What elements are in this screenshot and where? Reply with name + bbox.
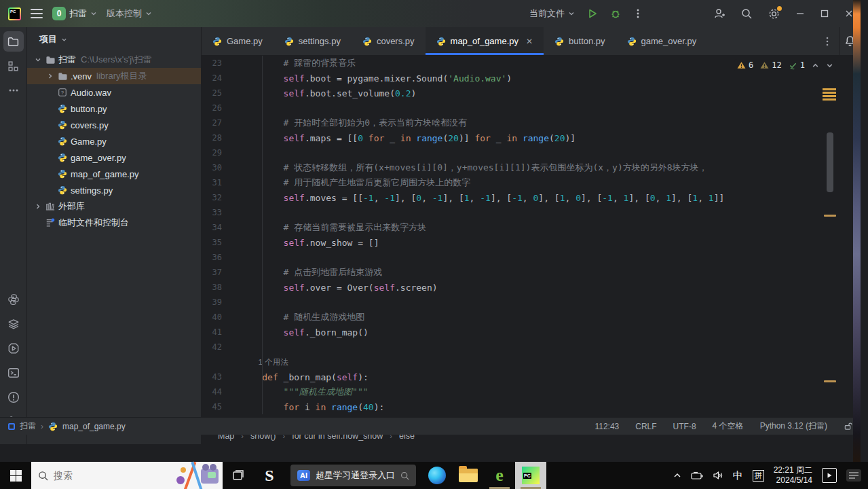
code-line-28[interactable]: 28self.maps = [[0 for _ in range(20)] fo… (202, 130, 861, 145)
code-line-31[interactable]: 31# 用于随机产生地雷后更新它周围方块上的数字 (202, 175, 861, 190)
code-line-24[interactable]: 24self.boot = pygame.mixer.Sound('Audio.… (202, 71, 861, 86)
problems-tool-icon[interactable] (3, 387, 24, 408)
more-tool-windows-icon[interactable] (3, 80, 24, 101)
close-button[interactable] (844, 9, 854, 18)
chevron-right-icon[interactable] (45, 73, 56, 79)
project-tool-icon[interactable] (3, 31, 24, 52)
line-number[interactable]: 27 (202, 118, 222, 128)
code-line-34[interactable]: 34# 存储当前需要被显示出来数字方块 (202, 220, 861, 235)
checks-passed-count[interactable]: 1 (789, 60, 805, 70)
tab-game_over.py[interactable]: game_over.py (616, 27, 708, 55)
code-line-42[interactable]: 42 (202, 340, 861, 355)
tree-item-临时文件和控制台[interactable]: 临时文件和控制台 (27, 215, 201, 231)
status-item[interactable]: CRLF (635, 422, 656, 431)
tab-covers.py[interactable]: covers.py (352, 27, 426, 55)
pycharm-taskbar-icon[interactable]: PC (515, 462, 546, 489)
structure-tool-icon[interactable] (3, 56, 24, 76)
main-menu-icon[interactable] (31, 9, 43, 18)
tray-expand-chevron-icon[interactable] (673, 471, 681, 479)
maximize-button[interactable] (820, 9, 829, 18)
status-file[interactable]: map_of_game.py (62, 422, 126, 431)
status-item[interactable]: 112:43 (595, 422, 619, 431)
run-config-selector[interactable]: 当前文件 (529, 7, 575, 20)
code-line-29[interactable]: 29 (202, 145, 861, 160)
s-app-button[interactable]: S (254, 462, 285, 489)
line-number[interactable]: 25 (202, 88, 222, 98)
action-center-icon[interactable] (846, 469, 861, 482)
tab-settings.py[interactable]: settings.py (273, 27, 352, 55)
line-number[interactable]: 42 (202, 342, 222, 352)
code-with-me-icon[interactable] (713, 7, 725, 20)
warnings-count[interactable]: 6 (737, 60, 753, 70)
weak-warnings-count[interactable]: 12 (760, 60, 781, 70)
line-number[interactable]: 29 (202, 148, 222, 158)
code-line-33[interactable]: 33 (202, 205, 861, 220)
code-line-37[interactable]: 37# 点击到地雷后结束游戏 (202, 265, 861, 280)
search-input[interactable] (54, 470, 155, 481)
browser-e-taskbar-icon[interactable]: e (484, 462, 515, 489)
line-number[interactable]: 32 (202, 193, 222, 202)
volume-icon[interactable] (713, 471, 723, 480)
line-number[interactable]: 44 (202, 387, 222, 397)
line-number[interactable]: 24 (202, 73, 222, 83)
vcs-menu[interactable]: 版本控制 (107, 7, 152, 20)
tree-item-外部库[interactable]: 外部库 (27, 198, 201, 215)
battery-icon[interactable] (691, 471, 703, 480)
chevron-right-icon[interactable] (33, 203, 43, 210)
file-explorer-taskbar-icon[interactable] (453, 462, 484, 489)
tree-item-covers.py[interactable]: covers.py (27, 117, 201, 133)
code-line-32[interactable]: 32self.moves = [[-1, -1], [0, -1], [1, -… (202, 190, 861, 205)
settings-gear-icon[interactable] (768, 7, 780, 20)
tree-item-Audio.wav[interactable]: ?Audio.wav (27, 84, 201, 101)
news-widget[interactable]: AI 超星学习通登录入口 (290, 465, 416, 486)
ime-language[interactable]: 中 (733, 469, 743, 482)
line-number[interactable]: 34 (202, 223, 222, 232)
taskbar-clock[interactable]: 22:21 周二 2024/5/14 (774, 465, 812, 486)
line-number[interactable]: 35 (202, 238, 222, 247)
line-number[interactable]: 40 (202, 312, 222, 322)
code-line-44[interactable]: 44"""随机生成地图""" (202, 384, 861, 399)
chevron-down-icon[interactable] (33, 56, 43, 63)
terminal-tool-icon[interactable] (3, 363, 24, 383)
line-number[interactable]: 43 (202, 372, 222, 382)
more-actions-icon[interactable] (633, 8, 643, 19)
tree-item-map_of_game.py[interactable]: map_of_game.py (27, 166, 201, 182)
debug-button[interactable] (610, 8, 621, 19)
tree-item-.venv[interactable]: .venvlibrary根目录 (27, 68, 201, 84)
status-item[interactable]: Python 3.12 (扫雷) (760, 420, 827, 432)
warning-stripe-marks[interactable] (823, 88, 836, 102)
code-line-36[interactable]: 36 (202, 250, 861, 265)
line-number[interactable]: 33 (202, 208, 222, 217)
code-line-39[interactable]: 39 (202, 295, 861, 310)
code-line-45[interactable]: 45for i in range(40): (202, 399, 861, 414)
tree-item-button.py[interactable]: button.py (27, 101, 201, 117)
run-button[interactable] (587, 8, 598, 19)
start-button[interactable] (0, 462, 31, 489)
next-problem-chevron-icon[interactable] (826, 62, 833, 69)
code-line-30[interactable]: 30# 状态转移数组，所有(x+moves[i][0]，y+moves[i][1… (202, 160, 861, 175)
line-number[interactable]: 37 (202, 268, 222, 277)
code-line-27[interactable]: 27# 开始时全部初始为0，表示当前方块啥都没有 (202, 115, 861, 130)
python-console-tool-icon[interactable] (3, 289, 24, 310)
unlock-icon[interactable] (844, 422, 852, 431)
line-number[interactable]: 39 (202, 297, 222, 307)
tree-item-扫雷[interactable]: 扫雷C:\Users\x's'j\扫雷 (27, 52, 201, 68)
tree-item-settings.py[interactable]: settings.py (27, 182, 201, 198)
prev-problem-chevron-icon[interactable] (812, 62, 819, 69)
line-number[interactable]: 23 (202, 58, 222, 68)
vertical-scrollbar[interactable] (827, 132, 833, 192)
line-number[interactable]: 28 (202, 133, 222, 143)
ime-mode[interactable]: 拼 (753, 470, 764, 482)
line-number[interactable]: 36 (202, 253, 222, 262)
tab-Game.py[interactable]: Game.py (202, 27, 273, 55)
python-packages-tool-icon[interactable] (3, 314, 24, 334)
code-line-40[interactable]: 40# 随机生成游戏地图 (202, 310, 861, 325)
line-number[interactable]: 38 (202, 283, 222, 292)
code-line-25[interactable]: 25self.boot.set_volume(0.2) (202, 86, 861, 101)
code-line-38[interactable]: 38self.over = Over(self.screen) (202, 280, 861, 295)
project-widget[interactable]: 0 扫雷 (52, 7, 97, 20)
tab-close-icon[interactable]: ✕ (526, 37, 533, 46)
code-editor[interactable]: 23# 踩雷的背景音乐24self.boot = pygame.mixer.So… (202, 56, 861, 428)
task-view-button[interactable] (223, 462, 254, 489)
status-project[interactable]: 扫雷 (20, 420, 36, 432)
